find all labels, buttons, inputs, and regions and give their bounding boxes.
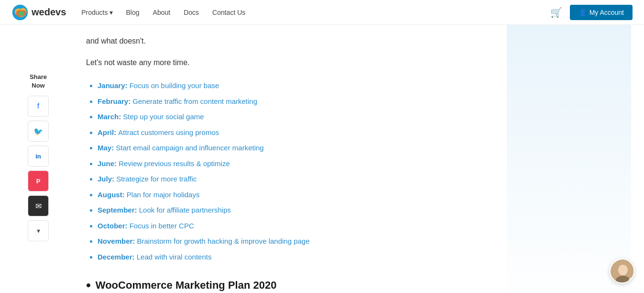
- share-twitter-button[interactable]: 🐦: [28, 121, 49, 142]
- avatar: [611, 259, 634, 283]
- month-label: April:: [98, 128, 118, 136]
- article-content: and what doesn't. Let's not waste any mo…: [76, 25, 507, 293]
- month-label: May:: [98, 144, 116, 152]
- nav-right: 🛒 👤 My Account: [550, 5, 633, 20]
- share-facebook-button[interactable]: f: [28, 96, 49, 117]
- intro-text: and what doesn't.: [86, 34, 478, 47]
- month-description: Attract customers using promos: [118, 128, 219, 136]
- month-description: Start email campaign and influencer mark…: [116, 144, 263, 152]
- chevron-down-icon: ▾: [37, 227, 40, 235]
- month-label: August:: [98, 191, 127, 199]
- list-item: December: Lead with viral contents: [98, 252, 478, 263]
- month-description: Strategize for more traffic: [116, 175, 196, 183]
- section-heading: WooCommerce Marketing Plan 2020: [86, 278, 478, 293]
- nav-about[interactable]: About: [153, 9, 171, 16]
- month-description: Lead with viral contents: [137, 253, 212, 261]
- month-label: March:: [98, 113, 123, 121]
- list-item: August: Plan for major holidays: [98, 190, 478, 201]
- month-label: November:: [98, 237, 137, 245]
- month-description: Brainstorm for growth hacking & improve …: [137, 237, 310, 245]
- month-label: July:: [98, 175, 116, 183]
- month-description: Look for affiliate partnerships: [139, 206, 231, 214]
- month-label: January:: [98, 81, 130, 90]
- intro-text-2: Let's not waste any more time.: [86, 56, 478, 69]
- list-item: January: Focus on building your base: [98, 80, 478, 91]
- share-more-button[interactable]: ▾: [28, 220, 49, 241]
- month-description: Generate traffic from content marketing: [132, 97, 257, 105]
- nav-docs[interactable]: Docs: [184, 9, 199, 16]
- list-item: July: Strategize for more traffic: [98, 174, 478, 185]
- right-sidebar: [507, 25, 631, 293]
- svg-point-4: [618, 265, 628, 275]
- linkedin-icon: in: [35, 153, 41, 160]
- month-label: September:: [98, 206, 139, 214]
- month-description: Focus on building your base: [130, 81, 219, 90]
- month-description: Review previous results & optimize: [119, 159, 230, 168]
- avatar-widget[interactable]: [610, 259, 634, 283]
- list-item: May: Start email campaign and influencer…: [98, 143, 478, 154]
- site-logo[interactable]: wedevs: [11, 4, 66, 21]
- logo-text: wedevs: [32, 7, 66, 18]
- list-item: November: Brainstorm for growth hacking …: [98, 236, 478, 247]
- cart-icon[interactable]: 🛒: [550, 7, 562, 18]
- page-layout: ShareNow f 🐦 in P ✉ ▾ and what doesn't. …: [0, 25, 644, 293]
- nav-links: Products ▾ Blog About Docs Contact Us: [81, 9, 550, 16]
- pocket-icon: P: [36, 178, 41, 185]
- twitter-icon: 🐦: [33, 127, 43, 136]
- month-label: June:: [98, 159, 119, 168]
- nav-products[interactable]: Products ▾: [81, 9, 112, 16]
- nav-contact[interactable]: Contact Us: [212, 9, 245, 16]
- month-list: January: Focus on building your baseFebr…: [86, 80, 478, 262]
- my-account-button[interactable]: 👤 My Account: [570, 5, 633, 20]
- list-item: March: Step up your social game: [98, 112, 478, 123]
- month-label: December:: [98, 253, 137, 261]
- month-label: February:: [98, 97, 132, 105]
- share-label: ShareNow: [30, 73, 47, 90]
- month-description: Plan for major holidays: [127, 191, 200, 199]
- facebook-icon: f: [37, 102, 39, 111]
- list-item: September: Look for affiliate partnershi…: [98, 205, 478, 216]
- list-item: October: Focus in better CPC: [98, 221, 478, 232]
- list-item: June: Review previous results & optimize: [98, 158, 478, 169]
- month-description: Step up your social game: [123, 113, 204, 121]
- share-pocket-button[interactable]: P: [28, 170, 49, 192]
- share-email-button[interactable]: ✉: [28, 195, 49, 216]
- list-item: April: Attract customers using promos: [98, 127, 478, 138]
- email-icon: ✉: [35, 202, 42, 211]
- navigation: wedevs Products ▾ Blog About Docs Contac…: [0, 0, 644, 25]
- share-sidebar: ShareNow f 🐦 in P ✉ ▾: [0, 25, 76, 293]
- user-icon: 👤: [579, 9, 587, 16]
- list-item: February: Generate traffic from content …: [98, 96, 478, 107]
- share-linkedin-button[interactable]: in: [28, 146, 49, 167]
- month-label: October:: [98, 222, 130, 230]
- month-description: Focus in better CPC: [130, 222, 194, 230]
- nav-blog[interactable]: Blog: [126, 9, 140, 16]
- chevron-down-icon: ▾: [109, 9, 113, 16]
